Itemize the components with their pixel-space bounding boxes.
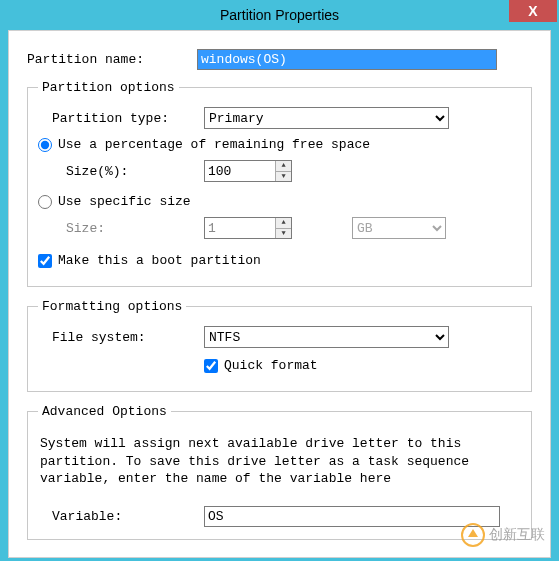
size-percent-spinner[interactable]: ▲ ▼ xyxy=(204,160,292,182)
boot-partition-label: Make this a boot partition xyxy=(58,253,261,268)
titlebar: Partition Properties X xyxy=(0,0,559,30)
partition-options-group: Partition options Partition type: Primar… xyxy=(27,80,532,287)
size-percent-label: Size(%): xyxy=(66,164,204,179)
spinner-up-icon: ▲ xyxy=(276,218,291,229)
formatting-options-legend: Formatting options xyxy=(38,299,186,314)
quick-format-checkbox[interactable] xyxy=(204,359,218,373)
boot-partition-checkbox[interactable] xyxy=(38,254,52,268)
quick-format-label: Quick format xyxy=(224,358,318,373)
size-percent-input[interactable] xyxy=(205,161,275,181)
formatting-options-group: Formatting options File system: NTFS Qui… xyxy=(27,299,532,392)
spinner-down-icon[interactable]: ▼ xyxy=(276,172,291,182)
file-system-label: File system: xyxy=(52,330,204,345)
partition-name-input[interactable] xyxy=(197,49,497,70)
use-percentage-radio[interactable] xyxy=(38,138,52,152)
size-spinner: ▲ ▼ xyxy=(204,217,292,239)
size-unit-select: GB xyxy=(352,217,446,239)
partition-name-label: Partition name: xyxy=(27,52,197,67)
variable-input[interactable] xyxy=(204,506,500,527)
use-percentage-label: Use a percentage of remaining free space xyxy=(58,137,370,152)
advanced-options-group: Advanced Options System will assign next… xyxy=(27,404,532,540)
use-specific-size-radio[interactable] xyxy=(38,195,52,209)
use-specific-size-label: Use specific size xyxy=(58,194,191,209)
size-label: Size: xyxy=(66,221,204,236)
size-input xyxy=(205,218,275,238)
window-body: Partition name: Partition options Partit… xyxy=(8,30,551,558)
spinner-up-icon[interactable]: ▲ xyxy=(276,161,291,172)
partition-type-select[interactable]: Primary xyxy=(204,107,449,129)
variable-label: Variable: xyxy=(52,509,204,524)
partition-type-label: Partition type: xyxy=(52,111,204,126)
close-button[interactable]: X xyxy=(509,0,557,22)
file-system-select[interactable]: NTFS xyxy=(204,326,449,348)
advanced-options-legend: Advanced Options xyxy=(38,404,171,419)
close-icon: X xyxy=(528,3,537,19)
window-title: Partition Properties xyxy=(220,7,339,23)
advanced-help-text: System will assign next available drive … xyxy=(40,435,519,488)
spinner-down-icon: ▼ xyxy=(276,229,291,239)
partition-options-legend: Partition options xyxy=(38,80,179,95)
